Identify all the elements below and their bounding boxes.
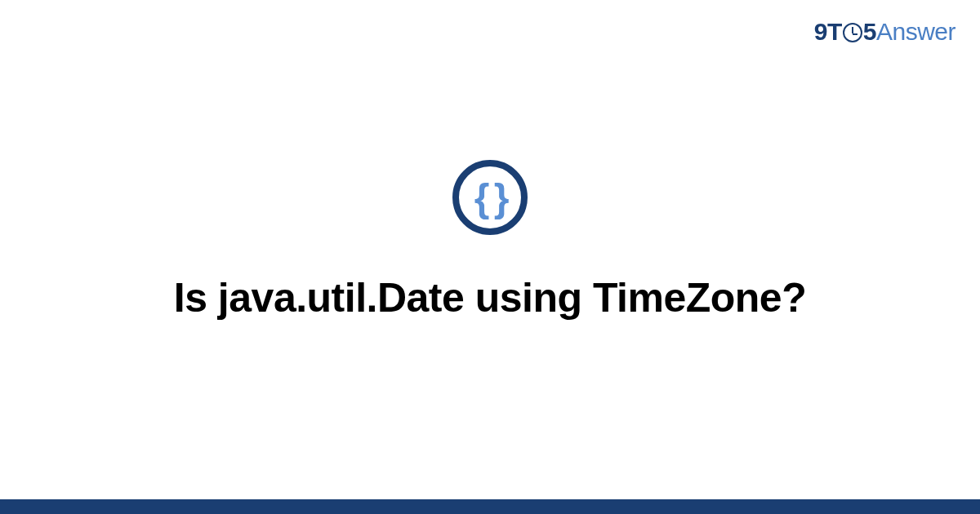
footer-bar <box>0 499 980 514</box>
category-icon-circle: { } <box>452 160 528 235</box>
main-content: { } Is java.util.Date using TimeZone? <box>0 0 980 514</box>
code-braces-icon: { } <box>474 175 506 220</box>
page-title: Is java.util.Date using TimeZone? <box>174 274 806 321</box>
